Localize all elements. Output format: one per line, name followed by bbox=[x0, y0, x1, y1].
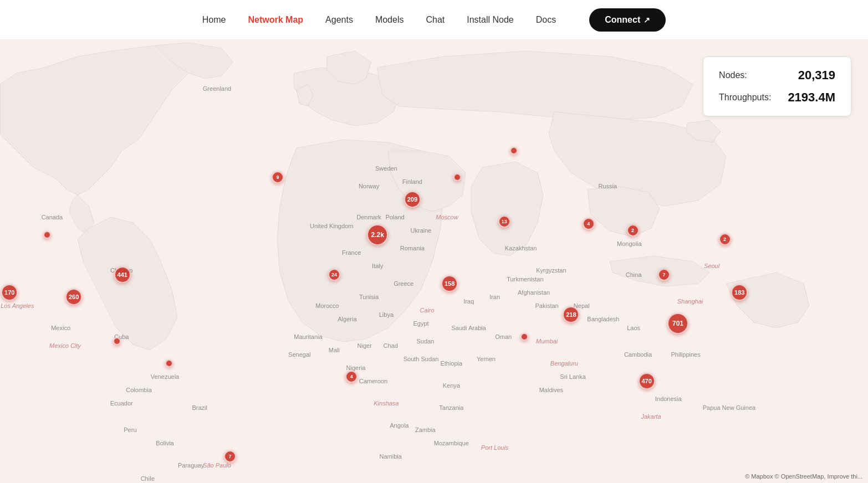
map-pin-p8[interactable]: 4 bbox=[583, 218, 595, 230]
nodes-value: 20,319 bbox=[798, 68, 835, 83]
map-pin-p2[interactable]: 209 bbox=[404, 191, 421, 208]
map-pin-p10[interactable]: 7 bbox=[658, 269, 670, 281]
map-pin-p4[interactable]: 24 bbox=[328, 269, 340, 281]
map-pin-p18[interactable]: 2 bbox=[719, 233, 731, 245]
nav-home[interactable]: Home bbox=[202, 15, 226, 25]
map-pin-p7[interactable]: 13 bbox=[498, 215, 510, 228]
map-pin-p1[interactable]: 9 bbox=[272, 171, 284, 183]
map-container[interactable]: GreenlandCanadaChicagoLos AngelesMexicoM… bbox=[0, 40, 868, 483]
map-pin-p9[interactable]: 218 bbox=[563, 306, 579, 323]
map-pin-p20[interactable] bbox=[43, 231, 51, 239]
nav-install-node[interactable]: Install Node bbox=[467, 15, 514, 25]
throughputs-row: Throughputs: 2193.4M bbox=[719, 90, 835, 105]
map-pin-p24[interactable] bbox=[453, 173, 461, 181]
nodes-row: Nodes: 20,319 bbox=[719, 68, 835, 83]
map-attribution: © Mapbox © OpenStreetMap, Improve thi... bbox=[745, 473, 862, 480]
map-pin-p16[interactable]: 170 bbox=[1, 284, 18, 301]
navbar: Home Network Map Agents Models Chat Inst… bbox=[0, 0, 868, 40]
map-pin-p25[interactable] bbox=[520, 333, 528, 341]
map-pin-p11[interactable]: 701 bbox=[667, 313, 688, 334]
map-pin-p15[interactable]: 260 bbox=[65, 289, 82, 305]
map-pin-p13[interactable]: 7 bbox=[224, 450, 236, 463]
map-pin-p12[interactable]: 470 bbox=[639, 373, 655, 389]
map-pin-p22[interactable] bbox=[165, 359, 173, 367]
map-pin-p5[interactable]: 158 bbox=[441, 275, 458, 292]
nav-models[interactable]: Models bbox=[375, 15, 404, 25]
nav-network-map[interactable]: Network Map bbox=[248, 15, 303, 25]
map-pin-p23[interactable] bbox=[510, 147, 518, 155]
throughputs-label: Throughputs: bbox=[719, 93, 771, 102]
nav-chat[interactable]: Chat bbox=[426, 15, 445, 25]
nav-agents[interactable]: Agents bbox=[325, 15, 353, 25]
connect-arrow-icon: ↗ bbox=[644, 16, 650, 24]
map-pin-p3[interactable]: 2.2k bbox=[367, 224, 388, 245]
map-pin-p21[interactable] bbox=[113, 337, 121, 345]
throughputs-value: 2193.4M bbox=[788, 90, 835, 105]
nodes-label: Nodes: bbox=[719, 70, 747, 80]
nav-docs[interactable]: Docs bbox=[536, 15, 556, 25]
map-pin-p6[interactable]: 4 bbox=[345, 371, 358, 383]
nav-items: Home Network Map Agents Models Chat Inst… bbox=[202, 8, 666, 32]
connect-button[interactable]: Connect ↗ bbox=[589, 8, 666, 32]
map-pin-p19[interactable]: 183 bbox=[731, 284, 748, 301]
map-pin-p17[interactable]: 2 bbox=[627, 224, 639, 237]
stats-box: Nodes: 20,319 Throughputs: 2193.4M bbox=[703, 56, 851, 116]
map-pin-p14[interactable]: 441 bbox=[114, 266, 131, 283]
